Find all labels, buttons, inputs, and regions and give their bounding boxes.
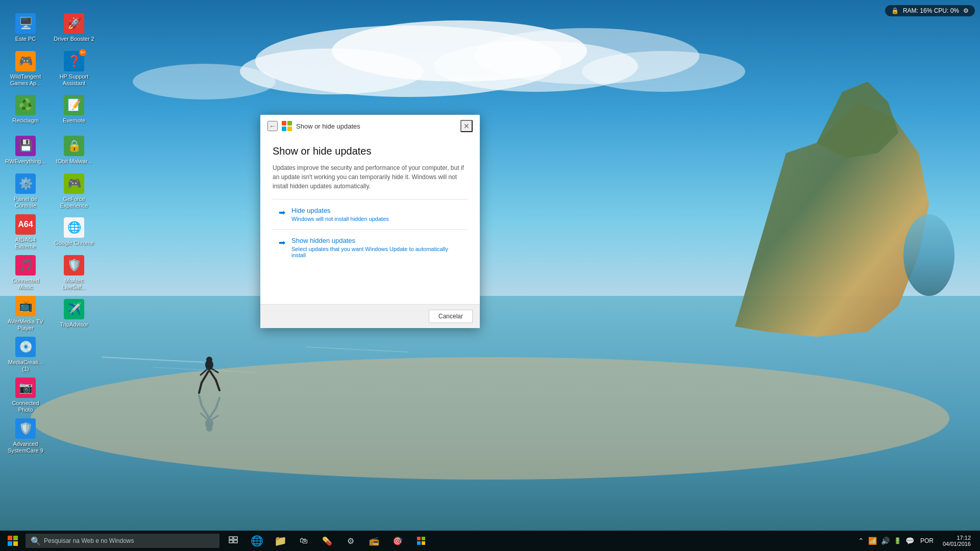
desktop: 🔒 RAM: 16% CPU: 0% ⚙ 🖥️ Este PC 🎮 WildTa…: [0, 0, 980, 551]
hide-updates-content: Hide updates Windows will not install hi…: [291, 207, 389, 222]
update-dialog: ← Show or hide updates ✕ Show or hide up…: [260, 115, 480, 328]
show-hidden-updates-desc: Select updates that you want Windows Upd…: [291, 246, 461, 258]
show-hidden-updates-content: Show hidden updates Select updates that …: [291, 237, 461, 258]
dialog-title-text: Show or hide updates: [296, 122, 360, 130]
dialog-close-button[interactable]: ✕: [460, 120, 473, 132]
dialog-spacer: [273, 265, 468, 296]
show-hidden-updates-title: Show hidden updates: [291, 237, 461, 244]
hide-updates-option[interactable]: ➡ Hide updates Windows will not install …: [273, 199, 468, 229]
ms-logo: [282, 121, 292, 131]
dialog-footer: Cancelar: [260, 304, 480, 328]
dialog-titlebar: ← Show or hide updates ✕: [260, 115, 480, 137]
hide-updates-arrow: ➡: [279, 208, 285, 217]
dialog-heading: Show or hide updates: [273, 145, 468, 157]
dialog-description: Updates improve the security and perform…: [273, 163, 468, 191]
show-hidden-updates-option[interactable]: ➡ Show hidden updates Select updates tha…: [273, 229, 468, 265]
dialog-content: Show or hide updates Updates improve the…: [260, 137, 480, 304]
dialog-back-button[interactable]: ←: [267, 121, 278, 131]
dialog-overlay: ← Show or hide updates ✕ Show or hide up…: [0, 0, 980, 551]
hide-updates-desc: Windows will not install hidden updates: [291, 216, 389, 222]
show-hidden-updates-arrow: ➡: [279, 238, 285, 247]
hide-updates-title: Hide updates: [291, 207, 389, 214]
cancel-button[interactable]: Cancelar: [429, 310, 473, 323]
